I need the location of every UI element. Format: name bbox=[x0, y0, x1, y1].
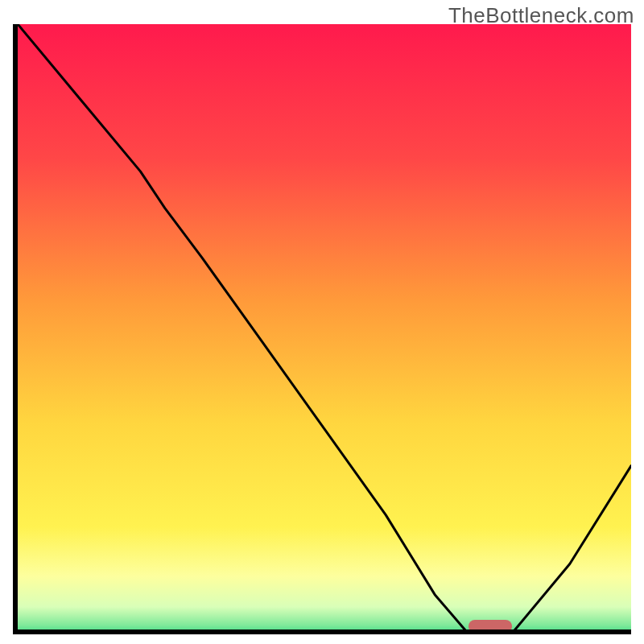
chart-frame bbox=[13, 24, 631, 634]
chart-stage: TheBottleneck.com bbox=[0, 0, 644, 644]
svg-rect-0 bbox=[18, 24, 631, 634]
optimal-marker bbox=[469, 620, 512, 633]
background-gradient bbox=[18, 24, 631, 634]
